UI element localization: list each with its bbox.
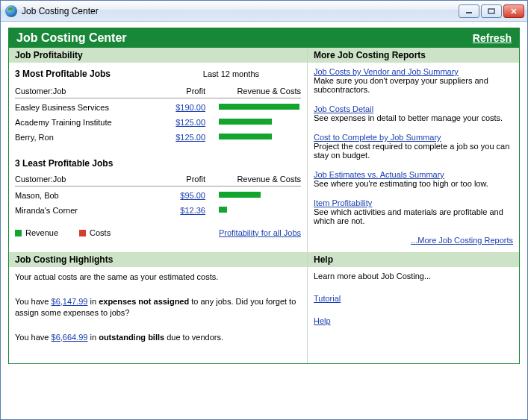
minimize-button[interactable]	[459, 4, 479, 18]
least-profitable-title: 3 Least Profitable Jobs	[15, 158, 301, 169]
customer-cell: Berry, Ron	[15, 128, 156, 143]
customer-cell: Mason, Bob	[15, 187, 141, 202]
close-button[interactable]	[503, 4, 524, 18]
report-description: See which activities and materials are p…	[314, 207, 513, 225]
period-label: Last 12 months	[203, 69, 259, 78]
revenue-costs-cell	[219, 128, 301, 143]
more-reports-link[interactable]: ...More Job Costing Reports	[411, 236, 513, 245]
svg-rect-0	[466, 12, 472, 13]
expenses-not-assigned-link[interactable]: $6,147.99	[52, 297, 88, 306]
table-row: Miranda's Corner$12.36	[15, 201, 301, 216]
content-area: Job Costing Center Refresh Job Profitabi…	[1, 22, 527, 419]
highlight-line-1: Your actual costs are the same as your e…	[15, 272, 301, 283]
report-item: Cost to Complete by Job SummaryProject t…	[314, 133, 513, 160]
reports-body: Job Costs by Vendor and Job SummaryMake …	[308, 63, 519, 252]
window-buttons	[459, 4, 524, 18]
revenue-bar	[219, 192, 261, 198]
table-row: Mason, Bob$95.00	[15, 187, 301, 202]
customer-cell: Easley Business Services	[15, 98, 156, 114]
revenue-bar	[219, 104, 299, 110]
profit-cell: $125.00	[156, 113, 219, 128]
help-intro: Learn more about Job Costing...	[314, 272, 513, 280]
profitability-header: Job Profitability	[9, 48, 307, 63]
main-panel: Job Costing Center Refresh Job Profitabi…	[8, 28, 520, 364]
profit-link[interactable]: $95.00	[180, 191, 205, 200]
profitability-all-link[interactable]: Profitability for all Jobs	[219, 228, 301, 237]
report-link[interactable]: Job Estimates vs. Actuals Summary	[314, 170, 444, 179]
maximize-button[interactable]	[481, 4, 502, 18]
report-item: Item ProfitabilitySee which activities a…	[314, 198, 513, 225]
col-profit: Profit	[156, 85, 219, 98]
report-item: Job Costs DetailSee expenses in detail t…	[314, 104, 513, 122]
profit-cell: $125.00	[156, 128, 219, 143]
legend-costs-label: Costs	[90, 228, 111, 237]
least-profitable-table: Customer:Job Profit Revenue & Costs Maso…	[15, 173, 301, 216]
svg-rect-1	[488, 9, 494, 13]
col-profit: Profit	[141, 173, 219, 187]
help-header: Help	[308, 252, 519, 267]
upper-grid: Job Profitability 3 Most Profitable Jobs…	[9, 48, 519, 252]
revenue-costs-cell	[219, 113, 301, 128]
help-link[interactable]: Help	[314, 316, 331, 325]
legend-revenue-label: Revenue	[25, 228, 58, 237]
window-title: Job Costing Center	[22, 6, 459, 16]
reports-column: More Job Costing Reports Job Costs by Ve…	[308, 48, 519, 252]
report-description: See where you're estimating too high or …	[314, 179, 513, 188]
app-icon	[5, 5, 17, 17]
highlights-body: Your actual costs are the same as your e…	[9, 267, 307, 363]
profitability-column: Job Profitability 3 Most Profitable Jobs…	[9, 48, 308, 252]
profit-cell: $95.00	[141, 187, 219, 202]
revenue-bar	[219, 134, 272, 140]
col-customer: Customer:Job	[15, 173, 141, 187]
revenue-costs-cell	[219, 187, 301, 202]
legend-revenue: Revenue	[15, 228, 58, 237]
profit-link[interactable]: $190.00	[176, 103, 205, 112]
page-title: Job Costing Center	[16, 31, 127, 45]
report-link[interactable]: Cost to Complete by Job Summary	[314, 133, 441, 142]
customer-cell: Miranda's Corner	[15, 201, 141, 216]
help-column: Help Learn more about Job Costing... Tut…	[308, 252, 519, 363]
revenue-costs-cell	[219, 98, 301, 114]
report-item: Job Costs by Vendor and Job SummaryMake …	[314, 67, 513, 94]
highlights-header: Job Costing Highlights	[9, 252, 307, 267]
profitability-body: 3 Most Profitable Jobs Last 12 months Cu…	[9, 63, 307, 245]
panel-header: Job Costing Center Refresh	[9, 28, 519, 48]
profit-link[interactable]: $125.00	[176, 118, 205, 127]
report-link[interactable]: Job Costs Detail	[314, 104, 373, 113]
revenue-bar	[219, 119, 272, 125]
revenue-costs-cell	[219, 201, 301, 216]
report-description: See expenses in detail to better manage …	[314, 113, 513, 122]
report-description: Project the cost required to complete a …	[314, 142, 513, 160]
revenue-swatch-icon	[15, 230, 22, 236]
outstanding-bills-link[interactable]: $6,664.99	[52, 333, 88, 342]
legend: Revenue Costs Profitability for all Jobs	[15, 228, 301, 237]
col-revenue-costs: Revenue & Costs	[219, 173, 301, 187]
report-description: Make sure you don't overpay your supplie…	[314, 76, 513, 94]
help-body: Learn more about Job Costing... Tutorial…	[308, 267, 519, 346]
revenue-bar	[219, 207, 227, 213]
highlight-line-3: You have $6,664.99 in outstanding bills …	[15, 332, 301, 343]
reports-header: More Job Costing Reports	[308, 48, 519, 63]
titlebar: Job Costing Center	[1, 1, 527, 22]
report-link[interactable]: Item Profitability	[314, 198, 372, 207]
profit-link[interactable]: $125.00	[176, 133, 205, 142]
lower-grid: Job Costing Highlights Your actual costs…	[9, 252, 519, 363]
costs-swatch-icon	[79, 230, 86, 236]
legend-costs: Costs	[79, 228, 111, 237]
profit-link[interactable]: $12.36	[180, 206, 205, 215]
customer-cell: Academy Training Institute	[15, 113, 156, 128]
table-row: Berry, Ron$125.00	[15, 128, 301, 143]
most-profitable-header-row: 3 Most Profitable Jobs Last 12 months	[15, 67, 301, 81]
col-customer: Customer:Job	[15, 85, 156, 98]
tutorial-link[interactable]: Tutorial	[314, 294, 341, 303]
most-profitable-title: 3 Most Profitable Jobs	[15, 69, 111, 79]
most-profitable-table: Customer:Job Profit Revenue & Costs Easl…	[15, 85, 301, 143]
refresh-link[interactable]: Refresh	[473, 32, 512, 44]
highlight-line-2: You have $6,147.99 in expenses not assig…	[15, 296, 301, 319]
report-link[interactable]: Job Costs by Vendor and Job Summary	[314, 67, 459, 76]
profit-cell: $190.00	[156, 98, 219, 114]
profit-cell: $12.36	[141, 201, 219, 216]
report-item: Job Estimates vs. Actuals SummarySee whe…	[314, 170, 513, 188]
highlights-column: Job Costing Highlights Your actual costs…	[9, 252, 308, 363]
app-window: Job Costing Center Job Costing Center Re…	[0, 0, 528, 420]
